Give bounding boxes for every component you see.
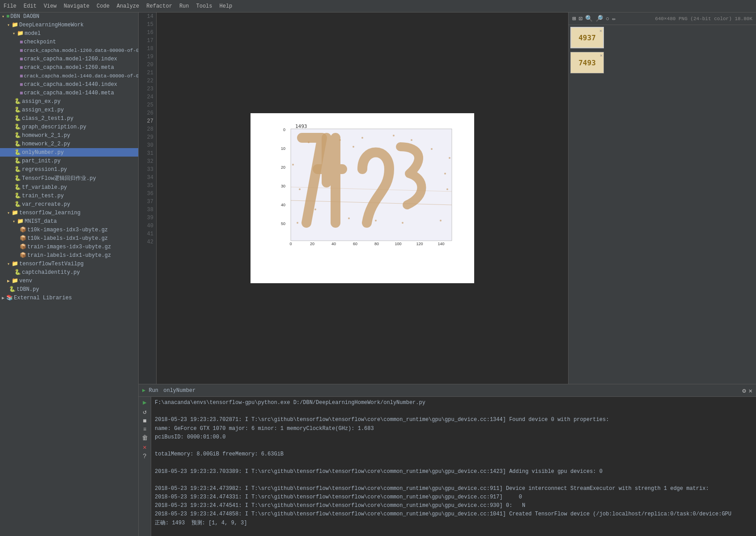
thumbnail-2[interactable]: 7493 ✕ [570, 52, 754, 73]
sidebar-item-graph[interactable]: 🐍 graph_description.py [0, 123, 138, 131]
extlibs-label: External Libraries [14, 295, 72, 301]
sidebar-item-trainimages[interactable]: 📦 train-images-idx3-ubyte.gz [0, 242, 138, 251]
mnist-expand-icon: ▾ [13, 219, 15, 224]
sidebar-item-t10klabels[interactable]: 📦 t10k-labels-idx1-ubyte.gz [0, 234, 138, 242]
menu-analyze[interactable]: Analyze [117, 3, 139, 9]
sidebar-item-traintest[interactable]: 🐍 train_test.py [0, 191, 138, 200]
run-again-icon[interactable]: ▶ [143, 399, 146, 406]
sidebar-item-tftestvailpg[interactable]: ▾ 📁 tensorflowTestVailpg [0, 259, 138, 268]
sidebar-item-extlibs[interactable]: ▶ 📚 External Libraries [0, 294, 138, 302]
svg-point-29 [431, 148, 433, 150]
sidebar-item-dlhw[interactable]: ▾ 📁 DeepLearningHomeWork [0, 21, 138, 29]
sidebar-item-assignex1[interactable]: 🐍 assign_ex1.py [0, 106, 138, 114]
sidebar-item-model[interactable]: ▾ 📁 model [0, 29, 138, 38]
menu-view[interactable]: View [44, 3, 57, 9]
run-toolbar: ⚙ ✕ [742, 384, 752, 397]
sidebar-item-checkpoint[interactable]: ◼ checkpoint [0, 38, 138, 46]
sidebar-item-model1440index[interactable]: ◼ crack_capcha.model-1440.index [0, 80, 138, 89]
sidebar-item-regression[interactable]: 🐍 regression1.py [0, 165, 138, 174]
sidebar-item-model1260meta[interactable]: ◼ crack_capcha.model-1260.meta [0, 63, 138, 72]
zoom-out-icon[interactable]: 🔎 [595, 15, 603, 22]
menu-file[interactable]: File [4, 3, 17, 9]
sidebar-item-tf-logic[interactable]: 🐍 TensorFlow逻辑回归作业.py [0, 174, 138, 183]
sidebar-project-root[interactable]: ▾ ■ DBN DAOBN [0, 13, 138, 21]
zoom-in-icon[interactable]: 🔍 [585, 15, 593, 22]
menu-run[interactable]: Run [179, 3, 189, 9]
run-tab[interactable]: ▶ Run onlyNumber [142, 387, 195, 394]
line-22: 22 [147, 77, 153, 85]
sidebar-item-tdbn[interactable]: 🐍 tDBN.py [0, 285, 138, 294]
sidebar-item-onlynumber[interactable]: 🐍 onlyNumber.py [0, 148, 138, 157]
svg-point-24 [361, 137, 363, 139]
menu-navigate[interactable]: Navigate [64, 3, 89, 9]
menu-refactor[interactable]: Refactor [146, 3, 172, 9]
close-panel-icon[interactable]: ✕ [749, 387, 752, 395]
line-27: 27 [147, 117, 153, 125]
tfvar-py-icon: 🐍 [14, 184, 21, 191]
bottom-panel-header: ▶ Run onlyNumber ⚙ ✕ [139, 384, 756, 397]
sidebar-item-model1440meta[interactable]: ◼ crack_capcha.model-1440.meta [0, 89, 138, 97]
line-33: 33 [147, 166, 153, 174]
sidebar-item-model1260index[interactable]: ◼ crack_capcha.model-1260.index [0, 55, 138, 63]
menu-edit[interactable]: Edit [24, 3, 37, 9]
sidebar-item-t10kimages[interactable]: 📦 t10k-images-idx3-ubyte.gz [0, 225, 138, 234]
menu-code[interactable]: Code [97, 3, 110, 9]
menu-tools[interactable]: Tools [196, 3, 212, 9]
image-info: 640×480 PNG (24-bit color) 18.80K [655, 16, 752, 21]
settings-icon[interactable]: ⚙ [742, 387, 746, 395]
menu-help[interactable]: Help [220, 3, 233, 9]
trainimages-label: train-images-idx3-ubyte.gz [27, 244, 111, 250]
sidebar-item-mnistdata[interactable]: ▾ 📁 MNIST_data [0, 217, 138, 225]
svg-point-36 [353, 146, 354, 148]
sidebar-item-model1440data[interactable]: ◼ crack_capcha.model-1440.data-00000-of-… [0, 72, 138, 80]
sidebar-item-hw22[interactable]: 🐍 homework_2_2.py [0, 140, 138, 148]
svg-point-35 [292, 164, 294, 166]
sidebar-item-hw21[interactable]: 🐍 homework_2_1.py [0, 131, 138, 140]
image-thumbnails: 4937 ✕ 7493 ✕ [569, 25, 756, 75]
rerun-icon[interactable]: ↺ [143, 408, 146, 416]
sidebar-item-tfvar[interactable]: 🐍 tf_variable.py [0, 183, 138, 191]
stop-icon[interactable]: ■ [143, 417, 146, 425]
thumbnail-2-close[interactable]: ✕ [600, 53, 603, 58]
svg-text:20: 20 [310, 242, 314, 246]
sidebar-item-captcha[interactable]: 🐍 captchaldentity.py [0, 268, 138, 277]
svg-point-27 [402, 222, 403, 224]
model-meta-icon: ◼ [20, 64, 23, 71]
tflogic-label: TensorFlow逻辑回归作业.py [22, 174, 96, 182]
log-line-result: 正确: 1493 预测: [1, 4, 9, 3] [155, 519, 752, 527]
sidebar-item-trainlabels[interactable]: 📦 train-labels-idx1-ubyte.gz [0, 251, 138, 259]
sidebar-item-model1260data[interactable]: ◼ crack_capcha.model-1260.data-00000-of-… [0, 46, 138, 55]
gz-icon1: 📦 [20, 226, 26, 233]
bottom-left-toolbar: ▶ ↺ ■ ≡ 🗑 ✕ ? [139, 397, 151, 536]
trash-icon[interactable]: 🗑 [142, 434, 148, 442]
gz-icon4: 📦 [20, 252, 26, 259]
thumbnail-1[interactable]: 4937 ✕ [570, 27, 754, 48]
log-line-1: F:\anacanda\envs\tensorflow-gpu\python.e… [155, 399, 752, 407]
color-picker-icon[interactable]: ✏ [612, 15, 616, 22]
svg-text:80: 80 [374, 242, 379, 246]
sidebar-item-assignex[interactable]: 🐍 assign_ex.py [0, 97, 138, 106]
editor-container: 14 15 16 17 18 19 20 21 22 23 24 25 26 2… [139, 13, 756, 536]
sidebar-item-venv[interactable]: ▶ 📁 venv [0, 277, 138, 285]
chart-area: 1493 0 10 20 30 40 50 0 20 40 [157, 13, 568, 384]
log-line-5: totalMemory: 8.00GiB freeMemory: 6.63GiB [155, 450, 752, 459]
zoom-reset-icon[interactable]: ○ [606, 15, 609, 22]
folder-icon: 📁 [12, 21, 18, 28]
sidebar-item-partinit[interactable]: 🐍 part_init.py [0, 157, 138, 165]
extlibs-expand-icon: ▶ [2, 295, 4, 301]
thumbnail-1-close[interactable]: ✕ [599, 28, 602, 34]
log-line-10: 2018-05-23 19:23:24.474858: I T:\src\git… [155, 510, 752, 519]
fit-window-icon[interactable]: ⊞ [572, 15, 576, 22]
svg-point-32 [449, 157, 450, 159]
tftestvailpg-folder-icon: 📁 [12, 260, 18, 267]
help-run-icon[interactable]: ? [143, 453, 146, 460]
sidebar-item-class2[interactable]: 🐍 class_2_test1.py [0, 114, 138, 123]
log-line-8: 2018-05-23 19:23:24.474331: I T:\src\git… [155, 493, 752, 502]
actual-size-icon[interactable]: ⊡ [578, 15, 582, 22]
error-icon[interactable]: ✕ [143, 443, 146, 451]
sidebar-item-tflearning[interactable]: ▾ 📁 tensorflow_learning [0, 208, 138, 217]
svg-text:100: 100 [395, 242, 401, 246]
onlynumber-label: onlyNumber.py [22, 149, 64, 156]
scroll-icon[interactable]: ≡ [143, 426, 146, 433]
sidebar-item-varrecreate[interactable]: 🐍 var_recreate.py [0, 200, 138, 208]
